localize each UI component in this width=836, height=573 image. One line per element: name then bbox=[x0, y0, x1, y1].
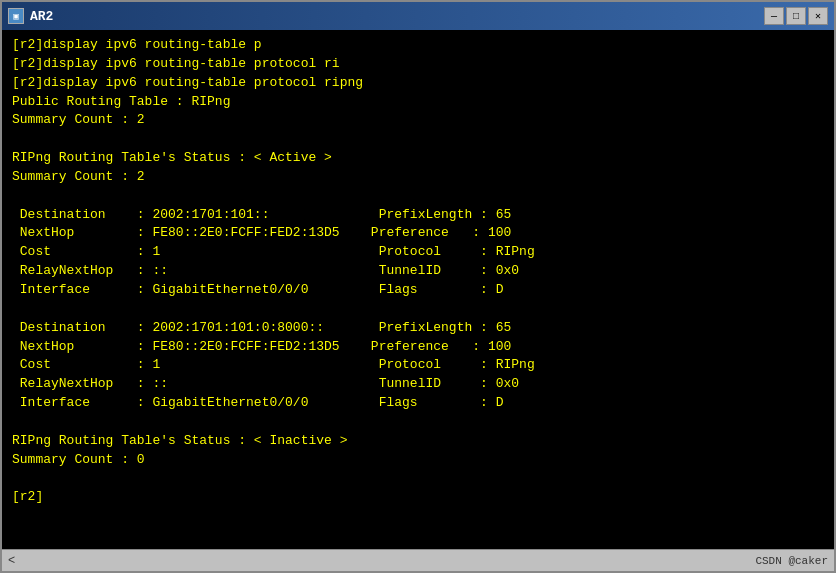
terminal-line: [r2]display ipv6 routing-table p bbox=[12, 36, 824, 55]
terminal-line bbox=[12, 413, 824, 432]
terminal-line bbox=[12, 130, 824, 149]
statusbar: < CSDN @caker bbox=[2, 549, 834, 571]
terminal-line: Public Routing Table : RIPng bbox=[12, 93, 824, 112]
scroll-left-indicator[interactable]: < bbox=[8, 554, 15, 568]
titlebar: ▣ AR2 — □ ✕ bbox=[2, 2, 834, 30]
terminal-line: [r2]display ipv6 routing-table protocol … bbox=[12, 74, 824, 93]
terminal-line: NextHop : FE80::2E0:FCFF:FED2:13D5 Prefe… bbox=[12, 224, 824, 243]
terminal-line: [r2] bbox=[12, 488, 824, 507]
terminal-line: Cost : 1 Protocol : RIPng bbox=[12, 356, 824, 375]
titlebar-controls: — □ ✕ bbox=[764, 7, 828, 25]
terminal-output: [r2]display ipv6 routing-table p[r2]disp… bbox=[2, 30, 834, 549]
terminal-line: Cost : 1 Protocol : RIPng bbox=[12, 243, 824, 262]
watermark-text: CSDN @caker bbox=[755, 555, 828, 567]
terminal-line: Interface : GigabitEthernet0/0/0 Flags :… bbox=[12, 281, 824, 300]
terminal-line: [r2]display ipv6 routing-table protocol … bbox=[12, 55, 824, 74]
terminal-line: RIPng Routing Table's Status : < Inactiv… bbox=[12, 432, 824, 451]
window-icon: ▣ bbox=[8, 8, 24, 24]
terminal-line: Summary Count : 2 bbox=[12, 111, 824, 130]
terminal-line: RelayNextHop : :: TunnelID : 0x0 bbox=[12, 262, 824, 281]
titlebar-left: ▣ AR2 bbox=[8, 8, 53, 24]
terminal-line: Destination : 2002:1701:101:: PrefixLeng… bbox=[12, 206, 824, 225]
close-button[interactable]: ✕ bbox=[808, 7, 828, 25]
minimize-button[interactable]: — bbox=[764, 7, 784, 25]
terminal-line: Summary Count : 2 bbox=[12, 168, 824, 187]
maximize-button[interactable]: □ bbox=[786, 7, 806, 25]
terminal-line: Summary Count : 0 bbox=[12, 451, 824, 470]
window-title: AR2 bbox=[30, 9, 53, 24]
terminal-line: Destination : 2002:1701:101:0:8000:: Pre… bbox=[12, 319, 824, 338]
terminal-line: Interface : GigabitEthernet0/0/0 Flags :… bbox=[12, 394, 824, 413]
terminal-line: RelayNextHop : :: TunnelID : 0x0 bbox=[12, 375, 824, 394]
terminal-line bbox=[12, 300, 824, 319]
main-window: ▣ AR2 — □ ✕ [r2]display ipv6 routing-tab… bbox=[0, 0, 836, 573]
terminal-line: NextHop : FE80::2E0:FCFF:FED2:13D5 Prefe… bbox=[12, 338, 824, 357]
terminal-line bbox=[12, 469, 824, 488]
terminal-line: RIPng Routing Table's Status : < Active … bbox=[12, 149, 824, 168]
terminal-line bbox=[12, 187, 824, 206]
